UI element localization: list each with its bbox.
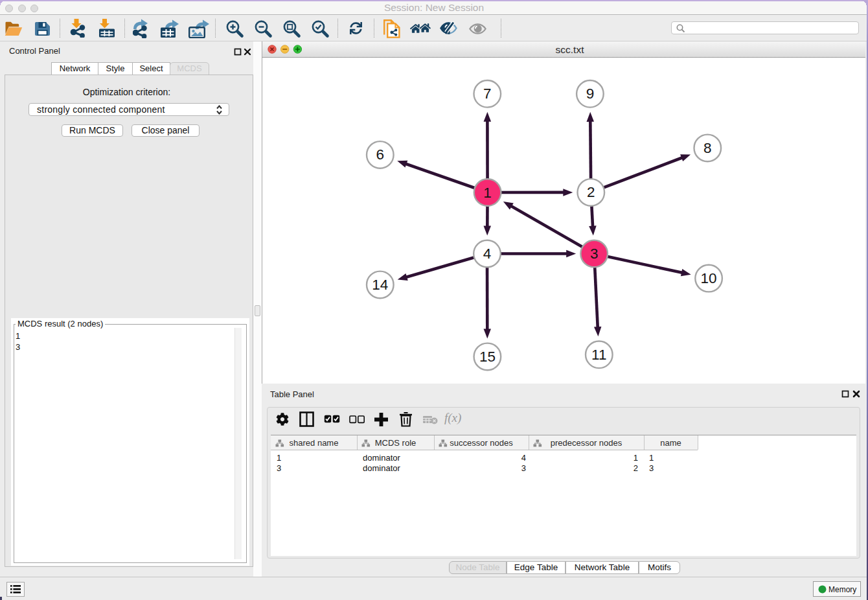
svg-text:1: 1 xyxy=(483,185,492,201)
svg-text:8: 8 xyxy=(703,140,712,156)
svg-text:9: 9 xyxy=(586,86,595,102)
svg-text:11: 11 xyxy=(591,347,606,363)
svg-text:10: 10 xyxy=(701,270,717,286)
svg-text:3: 3 xyxy=(590,246,599,262)
svg-text:7: 7 xyxy=(483,86,492,102)
svg-text:15: 15 xyxy=(479,349,496,365)
svg-text:14: 14 xyxy=(372,277,388,293)
svg-text:2: 2 xyxy=(587,184,595,200)
svg-text:4: 4 xyxy=(483,246,492,262)
svg-text:6: 6 xyxy=(376,146,385,163)
